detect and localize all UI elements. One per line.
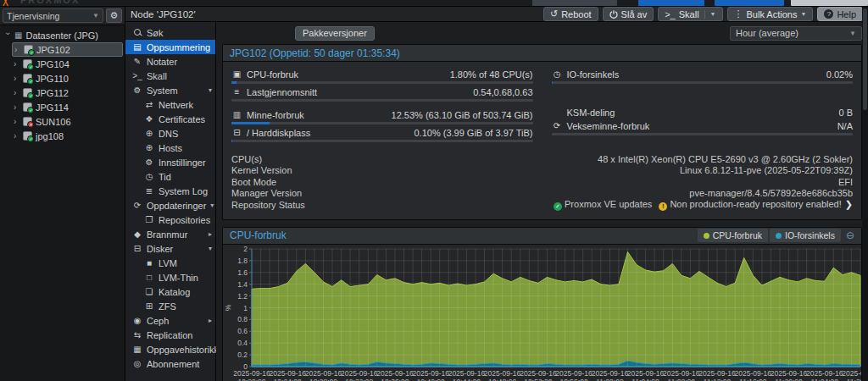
stat-line: ⊟/ Harddiskplass0.10% (3.99 GiB of 3.97 …	[231, 127, 533, 138]
nav-item-label: Innstillinger	[159, 157, 206, 168]
nav-item-updates[interactable]: ⟳Oppdateringer▾	[125, 198, 215, 213]
caret-collapsed-icon[interactable]: ›	[14, 88, 19, 97]
caret-expanded-icon[interactable]: ›	[3, 32, 13, 38]
shell-button[interactable]: >_ Skall ▼	[658, 7, 722, 21]
svg-text:10:52:00: 10:52:00	[524, 378, 552, 381]
svg-text:1.8: 1.8	[237, 256, 248, 264]
nav-item-label: Oppsummering	[147, 42, 210, 52]
ceph-icon: ◉	[132, 316, 142, 325]
reboot-button[interactable]: ↺ Reboot	[543, 7, 598, 21]
caret-collapsed-icon[interactable]: ›	[14, 131, 19, 141]
collapse-chart-icon[interactable]: ⊖	[846, 229, 854, 241]
nav-item-ceph[interactable]: ◉Ceph▸	[125, 313, 215, 328]
node-content: Pakkeversjoner Hour (average) ▼ JPG102 (…	[216, 22, 868, 381]
nav-item-repositories[interactable]: ❐Repositories	[125, 213, 215, 227]
package-versions-button[interactable]: Pakkeversjoner	[295, 26, 375, 41]
view-mode-select[interactable]: Tjenervisning ▼	[3, 8, 103, 23]
nav-item-search[interactable]: Søk	[125, 25, 215, 40]
status-badge: ✓	[28, 49, 35, 56]
tree-node-label: JPG112	[36, 88, 69, 98]
nav-item-dns[interactable]: ⊕DNS	[125, 126, 215, 141]
tree-node-JPG110[interactable]: ›✓JPG110	[0, 71, 125, 86]
nav-item-label: Notater	[147, 57, 177, 67]
nav-item-replication[interactable]: ⇆Replication	[125, 328, 215, 342]
caret-down-icon: ▾	[209, 245, 212, 252]
help-button[interactable]: ? Help	[817, 7, 863, 21]
folder-icon: ❏	[144, 287, 154, 296]
nav-item-label: Tid	[159, 172, 171, 182]
stat-row: ▣CPU-forbruk1.80% of 48 CPU(s)	[231, 69, 533, 84]
repository-status-value: ✓Proxmox VE updates!Non production-ready…	[554, 199, 853, 211]
shutdown-button[interactable]: Slå av	[603, 7, 654, 21]
tree-node-JPG102[interactable]: ›✓JPG102	[12, 42, 123, 57]
chevron-down-icon: ▼	[92, 12, 99, 19]
shell-icon: >_	[132, 71, 142, 80]
nav-item-subscription[interactable]: ◎Abonnement	[125, 356, 215, 371]
status-badge: ✓	[27, 107, 34, 113]
nav-item-label: Skall	[147, 71, 167, 81]
caret-collapsed-icon[interactable]: ›	[14, 59, 19, 69]
tree-node-SUN106[interactable]: ›✕SUN106	[0, 114, 125, 129]
tree-node-JPG104[interactable]: ›✓JPG104	[0, 57, 125, 71]
progress-bar	[231, 122, 533, 124]
note-icon: ✎	[132, 57, 142, 66]
svg-text:10:48:00: 10:48:00	[488, 378, 516, 381]
tree-settings-button[interactable]: ⚙	[106, 8, 122, 23]
nav-item-system[interactable]: ⚙System▾	[125, 83, 215, 97]
stat-row: ≡Lastgjennomsnitt0.54,0.68,0.63	[231, 86, 533, 102]
nav-item-disks[interactable]: ⊟Disker▾	[125, 241, 215, 256]
nav-item-hosts[interactable]: ⊕Hosts	[125, 141, 215, 155]
partial-button-create-vm[interactable]	[638, 0, 704, 7]
tree-node-label: JPG102	[36, 45, 70, 55]
tree-node-JPG112[interactable]: ›✓JPG112	[0, 86, 125, 100]
nav-item-summary[interactable]: ▤Oppsummering	[125, 40, 215, 54]
svg-text:1.6: 1.6	[237, 268, 248, 276]
gear-icon: ⚙	[144, 157, 154, 167]
nav-item-lvm-thin[interactable]: □LVM-Thin	[125, 270, 215, 284]
caret-collapsed-icon[interactable]: ›	[14, 45, 20, 54]
legend-item-CPU-forbruk[interactable]: CPU-forbruk	[698, 229, 768, 242]
nav-item-network[interactable]: ⇄Nettverk	[125, 97, 215, 112]
node-icon: ✕	[23, 117, 32, 126]
tree-node-datacenter[interactable]: ›▦Datasenter (JPG)	[0, 28, 125, 42]
nav-item-zfs[interactable]: ⊞ZFS	[125, 299, 215, 313]
caret-collapsed-icon[interactable]: ›	[14, 102, 19, 112]
nav-item-tasks[interactable]: ▦Oppgavehistorikk	[125, 342, 215, 356]
nav-item-shell[interactable]: >_Skall	[125, 69, 215, 83]
status-badge: ✓	[27, 92, 34, 99]
caret-collapsed-icon[interactable]: ›	[14, 117, 19, 126]
partial-button-light[interactable]	[791, 0, 868, 7]
progress-fill	[231, 81, 236, 84]
info-label: Kernel Version	[231, 165, 292, 175]
period-select[interactable]: Hour (average) ▼	[730, 26, 862, 41]
caret-down-icon: ▾	[209, 86, 212, 94]
nav-item-time[interactable]: ◷Tid	[125, 169, 215, 184]
nav-item-options[interactable]: ⚙Innstillinger	[125, 155, 215, 169]
nav-item-syslog[interactable]: ≣System Log	[125, 184, 215, 198]
stat-value: 12.53% (63.10 GiB of 503.74 GiB)	[392, 110, 533, 120]
svg-text:2025-09-16: 2025-09-16	[233, 369, 270, 378]
partial-button-documentation[interactable]	[532, 0, 617, 7]
support-icon: ◎	[132, 359, 142, 368]
tree-node-jpg108[interactable]: ›✓jpg108	[0, 129, 125, 143]
page-scrollbar[interactable]	[862, 7, 868, 381]
nav-item-directory[interactable]: ❏Katalog	[125, 284, 215, 299]
repository-status-row: Repository Status✓Proxmox VE updates!Non…	[231, 199, 853, 211]
bulk-actions-button[interactable]: ⋮ Bulk Actions ▼	[727, 7, 814, 21]
nav-item-lvm[interactable]: ■LVM	[125, 256, 215, 270]
stat-value: N/A	[837, 121, 853, 131]
tree-node-JPG114[interactable]: ›✓JPG114	[0, 100, 125, 114]
legend-dot-icon	[776, 233, 782, 239]
legend-item-IO-forsinkels[interactable]: IO-forsinkels	[770, 229, 841, 242]
chevron-right-icon[interactable]: ❯	[845, 199, 853, 209]
svg-text:2025-09-16: 2025-09-16	[484, 369, 521, 378]
nav-item-label: Brannmur	[147, 229, 187, 240]
top-toolbar-partial: ╳ PROXMOX	[0, 0, 868, 7]
caret-collapsed-icon[interactable]: ›	[14, 74, 19, 83]
nav-item-notes[interactable]: ✎Notater	[125, 54, 215, 69]
nav-item-certificates[interactable]: ❖Certificates	[125, 112, 215, 126]
partial-button-create-ct[interactable]	[715, 0, 784, 7]
nav-item-label: Disker	[147, 244, 173, 254]
nav-item-firewall[interactable]: ◆Brannmur▸	[125, 227, 215, 241]
svg-text:2025-09-16: 2025-09-16	[412, 369, 449, 378]
